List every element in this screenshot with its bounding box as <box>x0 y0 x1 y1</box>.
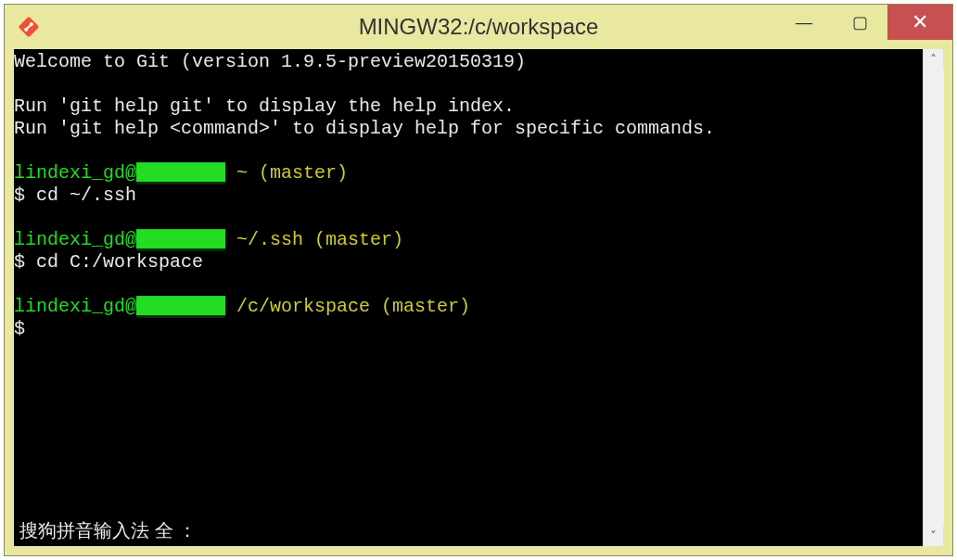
scroll-up-button[interactable]: ˄ <box>924 49 944 70</box>
vertical-scrollbar[interactable]: ˄ ˅ <box>923 49 943 546</box>
command-2: $ cd C:/workspace <box>14 251 203 273</box>
close-button[interactable]: ✕ <box>887 5 952 40</box>
app-window: MINGW32:/c/workspace — ▢ ✕ Welcome to Gi… <box>4 4 953 556</box>
command-1: $ cd ~/.ssh <box>14 185 136 206</box>
chevron-up-icon: ˄ <box>930 52 937 67</box>
prompt-3-host: ████████ <box>136 296 225 318</box>
chevron-down-icon: ˅ <box>930 528 937 543</box>
prompt-3-user: lindexi_gd@ <box>14 296 136 317</box>
minimize-button[interactable]: — <box>776 5 832 40</box>
prompt-3-path: /c/workspace <box>236 296 370 317</box>
maximize-button[interactable]: ▢ <box>832 5 887 40</box>
prompt-3-branch: (master) <box>381 296 470 317</box>
terminal-output[interactable]: Welcome to Git (version 1.9.5-preview201… <box>14 49 923 546</box>
help-line-1: Run 'git help git' to display the help i… <box>14 95 515 117</box>
welcome-line: Welcome to Git (version 1.9.5-preview201… <box>14 51 526 72</box>
maximize-icon: ▢ <box>852 12 868 32</box>
prompt-1-branch: (master) <box>259 162 348 184</box>
prompt-2-path: ~/.ssh <box>236 229 303 250</box>
git-icon <box>18 16 40 38</box>
prompt-1-host: ████████ <box>136 162 225 185</box>
prompt-2-user: lindexi_gd@ <box>14 229 136 250</box>
prompt-2-host: ████████ <box>136 229 225 251</box>
client-area: Welcome to Git (version 1.9.5-preview201… <box>14 49 943 546</box>
titlebar[interactable]: MINGW32:/c/workspace — ▢ ✕ <box>5 5 952 49</box>
close-icon: ✕ <box>912 10 928 34</box>
window-controls: — ▢ ✕ <box>776 5 952 40</box>
minimize-icon: — <box>796 13 812 32</box>
help-line-2: Run 'git help <command>' to display help… <box>14 118 715 139</box>
scroll-down-button[interactable]: ˅ <box>924 526 944 546</box>
ime-status-bar: 搜狗拼音输入法 全 ： <box>14 518 202 546</box>
prompt-2-branch: (master) <box>314 229 403 250</box>
prompt-1-path: ~ <box>236 162 248 184</box>
scrollbar-track[interactable] <box>924 70 944 526</box>
prompt-1-user: lindexi_gd@ <box>14 162 136 184</box>
command-3: $ <box>14 318 25 339</box>
ime-text: 搜狗拼音输入法 全 ： <box>19 520 197 541</box>
